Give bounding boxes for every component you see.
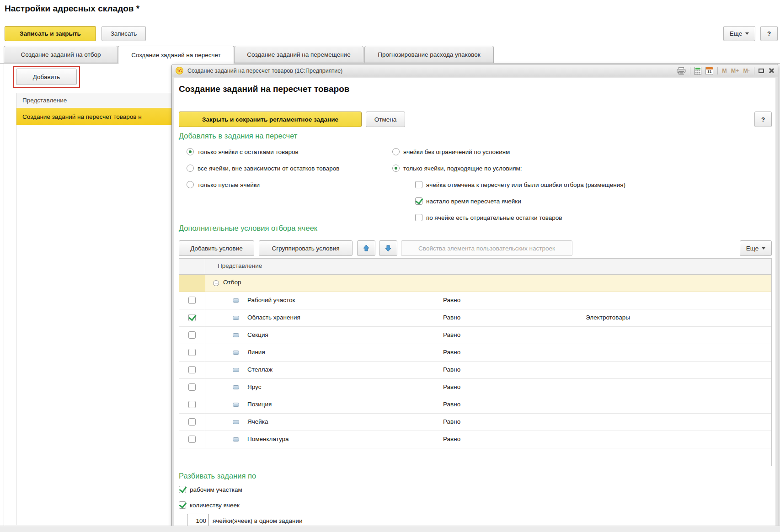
- radio-empty-cells[interactable]: [187, 181, 194, 188]
- section-title-additional-conditions: Дополнительные условия отбора ячеек: [179, 224, 317, 233]
- checkbox-label: ячейка отмечена к пересчету или были оши…: [426, 181, 625, 188]
- dialog-body: Создание заданий на пересчет товаров Зак…: [174, 78, 775, 532]
- memory-m-minus-button[interactable]: M-: [743, 68, 750, 74]
- condition-item-icon: [233, 333, 239, 337]
- table-row[interactable]: Область хранения Равно Электротовары: [179, 309, 771, 327]
- checkbox-by-cell-count[interactable]: [179, 501, 186, 509]
- memory-m-plus-button[interactable]: M+: [731, 68, 739, 74]
- more-button[interactable]: Еще: [723, 26, 755, 41]
- dialog-titlebar[interactable]: 1С Создание заданий на пересчет товаров …: [172, 64, 778, 77]
- titlebar-separator: [717, 67, 718, 74]
- dialog-help-button[interactable]: ?: [754, 112, 772, 127]
- move-down-button[interactable]: [379, 240, 397, 256]
- chevron-down-icon: [762, 247, 765, 250]
- radio-all-cells[interactable]: [187, 165, 194, 172]
- column-header-representation: Представление: [218, 262, 262, 269]
- save-button[interactable]: Записать: [102, 26, 146, 41]
- arrow-down-icon: [385, 245, 392, 252]
- radio-option: только ячейки, подходящие по условиям:: [392, 162, 522, 174]
- condition-item-icon: [233, 437, 239, 442]
- checkbox-option: рабочим участкам: [179, 484, 242, 495]
- tab-packaging-forecast[interactable]: Прогнозирование расхода упаковок: [364, 46, 494, 63]
- radio-label: только ячейки с остатками товаров: [198, 149, 299, 155]
- condition-item-icon: [233, 420, 239, 424]
- table-row[interactable]: Секция Равно: [179, 327, 771, 344]
- checkbox-negative-stock[interactable]: [415, 214, 422, 221]
- radio-cells-no-restrictions[interactable]: [392, 148, 400, 155]
- condition-item-icon: [233, 385, 239, 389]
- help-button[interactable]: ?: [760, 26, 778, 41]
- row-checkbox[interactable]: [188, 297, 196, 304]
- close-icon[interactable]: [768, 68, 774, 74]
- group-row-otbor[interactable]: Отбор: [179, 275, 771, 292]
- checkbox-option: количеству ячеек: [179, 499, 240, 511]
- row-checkbox[interactable]: [188, 418, 196, 426]
- titlebar-separator: [754, 67, 754, 74]
- row-checkbox[interactable]: [188, 401, 196, 408]
- collapse-minus-icon[interactable]: [213, 280, 219, 286]
- group-row-label: Отбор: [223, 279, 241, 286]
- condition-operator: Равно: [443, 383, 460, 390]
- checkbox-label: количеству ячеек: [190, 502, 240, 509]
- condition-name: Рабочий участок: [247, 297, 295, 303]
- radio-cells-matching-conditions[interactable]: [392, 165, 400, 172]
- table-row[interactable]: Рабочий участок Равно: [179, 292, 771, 309]
- row-checkbox[interactable]: [188, 349, 196, 356]
- tab-create-recount-tasks[interactable]: Создание заданий на пересчет: [118, 46, 234, 64]
- checkbox-label: рабочим участкам: [190, 486, 242, 493]
- radio-option: все ячейки, вне зависимости от остатков …: [187, 162, 340, 174]
- checkbox-marked-for-recount[interactable]: [415, 181, 422, 188]
- memory-m-button[interactable]: M: [722, 68, 727, 74]
- add-condition-button[interactable]: Добавить условие: [179, 240, 254, 256]
- checkbox-by-work-areas[interactable]: [179, 486, 186, 493]
- maximize-icon[interactable]: [759, 69, 764, 73]
- row-checkbox[interactable]: [188, 366, 196, 373]
- checkbox-recount-time[interactable]: [415, 197, 422, 205]
- checkbox-option: настало время пересчета ячейки: [415, 195, 521, 207]
- row-checkbox[interactable]: [188, 331, 196, 339]
- group-conditions-button[interactable]: Сгруппировать условия: [259, 240, 353, 256]
- table-row[interactable]: Номенклатура Равно: [179, 431, 771, 448]
- tab-create-picking-tasks[interactable]: Создание заданий на отбор: [4, 46, 118, 63]
- cells-per-task-label: ячейки(ячеек) в одном задании: [213, 517, 302, 524]
- close-and-save-scheduled-task-button[interactable]: Закрыть и сохранить регламентное задание: [179, 112, 362, 127]
- condition-name: Позиция: [247, 401, 272, 408]
- table-row[interactable]: Позиция Равно: [179, 396, 771, 414]
- row-checkbox[interactable]: [188, 383, 196, 391]
- condition-value: Электротовары: [586, 314, 630, 321]
- tab-create-movement-tasks[interactable]: Создание заданий на перемещение: [234, 46, 363, 63]
- save-and-close-button[interactable]: Записать и закрыть: [5, 26, 96, 41]
- calendar-icon[interactable]: 31: [705, 67, 713, 75]
- table-row[interactable]: Стеллаж Равно: [179, 362, 771, 379]
- condition-operator: Равно: [443, 436, 460, 442]
- table-row[interactable]: Ярус Равно: [179, 379, 771, 396]
- more-button-label: Еще: [746, 245, 759, 252]
- print-icon[interactable]: [677, 67, 686, 74]
- checkbox-label: по ячейке есть отрицательные остатки тов…: [426, 214, 562, 221]
- conditions-table-header: Представление: [179, 259, 771, 275]
- calculator-icon[interactable]: [695, 67, 701, 75]
- arrow-up-icon: [363, 245, 370, 252]
- row-checkbox[interactable]: [188, 314, 196, 321]
- titlebar-separator: [690, 67, 690, 74]
- move-up-button[interactable]: [357, 240, 375, 256]
- row-checkbox[interactable]: [188, 436, 196, 443]
- condition-name: Ярус: [247, 383, 261, 390]
- radio-label: только пустые ячейки: [198, 181, 260, 188]
- cancel-button[interactable]: Отмена: [366, 112, 405, 127]
- section-title-split-tasks: Разбивать задания по: [179, 472, 256, 480]
- tab-pane-border: [0, 63, 780, 64]
- add-button[interactable]: Добавить: [16, 69, 77, 85]
- table-row[interactable]: Ячейка Равно: [179, 414, 771, 431]
- condition-operator: Равно: [443, 401, 460, 408]
- tab-pane-left-border: [4, 64, 4, 526]
- condition-name: Область хранения: [247, 314, 300, 321]
- user-settings-properties-button[interactable]: Свойства элемента пользовательских настр…: [401, 240, 572, 256]
- radio-cells-with-stock[interactable]: [187, 148, 194, 155]
- checkbox-option: ячейка отмечена к пересчету или были оши…: [415, 179, 625, 191]
- table-row[interactable]: Линия Равно: [179, 344, 771, 362]
- window-bottom-edge: [0, 526, 780, 532]
- checkbox-label: настало время пересчета ячейки: [426, 198, 521, 205]
- conditions-more-button[interactable]: Еще: [740, 240, 772, 256]
- dialog-title: Создание заданий на пересчет товаров (1С…: [187, 68, 677, 74]
